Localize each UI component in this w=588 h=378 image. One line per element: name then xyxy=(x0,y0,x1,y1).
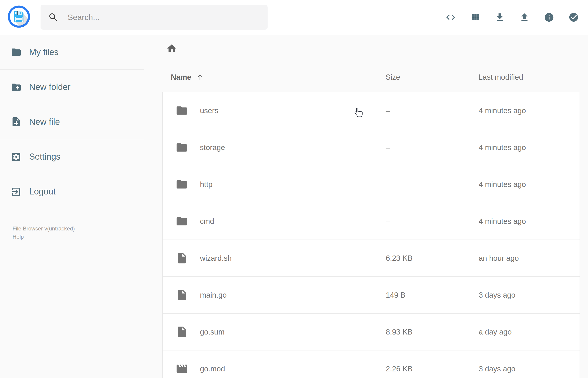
column-header-modified[interactable]: Last modified xyxy=(479,73,580,81)
file-size: 8.93 KB xyxy=(386,328,479,336)
sidebar-item-label: New folder xyxy=(29,82,71,92)
download-button[interactable] xyxy=(495,12,505,23)
sidebar: My files New folder New file Settings Lo… xyxy=(0,35,144,378)
folder-icon xyxy=(175,178,188,190)
file-name: wizard.sh xyxy=(200,254,232,263)
settings-icon xyxy=(11,151,22,162)
listing-rows: users – 4 minutes ago storage – 4 minute… xyxy=(162,92,580,378)
table-row-go-mod[interactable]: go.mod 2.26 KB 3 days ago xyxy=(162,350,580,378)
raw-download-button[interactable] xyxy=(445,12,456,23)
file-name: users xyxy=(200,106,218,115)
file-modified: 4 minutes ago xyxy=(479,106,580,115)
download-icon xyxy=(495,12,505,23)
file-modified: a day ago xyxy=(479,328,580,336)
file-size: – xyxy=(386,143,479,152)
sidebar-item-label: New file xyxy=(29,117,60,127)
info-button[interactable] xyxy=(544,12,554,23)
version-link[interactable]: File Browser v(untracked) xyxy=(13,225,75,233)
new-folder-icon xyxy=(11,82,22,93)
sidebar-item-new-file[interactable]: New file xyxy=(0,105,144,139)
file-size: 2.26 KB xyxy=(386,364,479,373)
sidebar-item-label: My files xyxy=(29,47,58,57)
table-row-storage[interactable]: storage – 4 minutes ago xyxy=(162,129,580,166)
file-size: 6.23 KB xyxy=(386,254,479,263)
sidebar-item-label: Logout xyxy=(29,187,55,197)
home-icon xyxy=(166,43,177,54)
search-bar[interactable] xyxy=(40,5,267,30)
grid-view-icon xyxy=(470,12,481,23)
switch-view-button[interactable] xyxy=(470,12,481,23)
info-icon xyxy=(544,12,554,23)
select-multiple-button[interactable] xyxy=(568,12,579,23)
sidebar-item-new-folder[interactable]: New folder xyxy=(0,70,144,105)
sidebar-item-settings[interactable]: Settings xyxy=(0,139,144,174)
file-name: go.sum xyxy=(200,328,225,336)
file-modified: 4 minutes ago xyxy=(479,143,580,152)
folder-icon xyxy=(175,215,188,228)
search-icon xyxy=(48,12,58,23)
file-size: – xyxy=(386,217,479,226)
top-header xyxy=(0,0,588,35)
breadcrumb xyxy=(162,35,580,62)
file-name: go.mod xyxy=(200,364,225,373)
file-modified: an hour ago xyxy=(479,254,580,263)
file-size: 149 B xyxy=(386,291,479,299)
file-name: storage xyxy=(200,143,225,152)
floppy-disk-logo[interactable] xyxy=(8,5,30,28)
file-icon xyxy=(175,326,188,338)
column-header-name[interactable]: Name xyxy=(162,73,386,81)
folder-icon xyxy=(175,141,188,154)
file-modified: 3 days ago xyxy=(479,364,580,373)
file-modified: 3 days ago xyxy=(479,291,580,299)
column-header-size[interactable]: Size xyxy=(386,73,479,81)
file-icon xyxy=(175,289,188,301)
folder-icon xyxy=(175,104,188,117)
logout-icon xyxy=(11,186,22,197)
file-size: – xyxy=(386,106,479,115)
arrow-up-icon xyxy=(196,74,204,81)
file-icon xyxy=(175,252,188,264)
sidebar-item-my-files[interactable]: My files xyxy=(0,35,144,70)
sidebar-item-logout[interactable]: Logout xyxy=(0,174,144,209)
upload-button[interactable] xyxy=(519,12,530,23)
new-file-icon xyxy=(11,116,22,127)
file-name: http xyxy=(200,180,213,189)
sidebar-footer: File Browser v(untracked) Help xyxy=(13,225,75,241)
table-row-go-sum[interactable]: go.sum 8.93 KB a day ago xyxy=(162,313,580,351)
table-row-wizard-sh[interactable]: wizard.sh 6.23 KB an hour ago xyxy=(162,240,580,277)
file-size: – xyxy=(386,180,479,189)
toolbar xyxy=(445,0,579,35)
movie-file-icon xyxy=(175,363,188,375)
table-row-http[interactable]: http – 4 minutes ago xyxy=(162,166,580,203)
listing-header: Name Size Last modified xyxy=(162,62,580,92)
content-area: My files New folder New file Settings Lo… xyxy=(0,35,588,378)
file-modified: 4 minutes ago xyxy=(479,180,580,189)
table-row-cmd[interactable]: cmd – 4 minutes ago xyxy=(162,203,580,240)
help-link[interactable]: Help xyxy=(13,233,75,241)
search-input[interactable] xyxy=(68,13,250,22)
file-name: main.go xyxy=(200,291,227,299)
code-icon xyxy=(445,12,456,23)
table-row-main-go[interactable]: main.go 149 B 3 days ago xyxy=(162,276,580,313)
folder-icon xyxy=(11,47,22,58)
sidebar-item-label: Settings xyxy=(29,152,60,162)
table-row-users[interactable]: users – 4 minutes ago xyxy=(162,92,580,129)
check-circle-icon xyxy=(568,12,579,23)
home-button[interactable] xyxy=(166,43,177,54)
upload-icon xyxy=(519,12,530,23)
file-listing: Name Size Last modified users – 4 minute… xyxy=(144,35,588,378)
file-name: cmd xyxy=(200,217,214,226)
file-modified: 4 minutes ago xyxy=(479,217,580,226)
